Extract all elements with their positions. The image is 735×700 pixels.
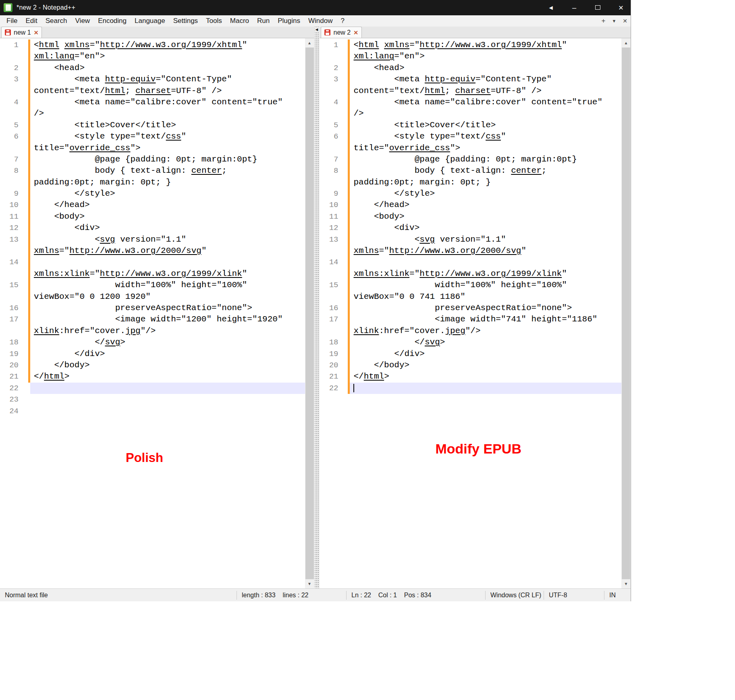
menu-language[interactable]: Language — [131, 17, 169, 25]
line-number[interactable] — [0, 325, 28, 337]
code-row[interactable]: 19 </div> — [320, 348, 621, 360]
line-number[interactable]: 11 — [320, 211, 348, 222]
line-number[interactable]: 22 — [0, 383, 28, 394]
close-tab-icon[interactable]: ✕ — [623, 18, 627, 24]
scroll-up-icon[interactable]: ▲ — [305, 38, 314, 48]
code-row[interactable]: content="text/html; charset=UTF-8" /> — [0, 85, 305, 97]
line-number[interactable] — [0, 245, 28, 257]
code-row[interactable]: xlink:href="cover.jpeg"/> — [320, 325, 621, 337]
code-row[interactable]: 22 — [0, 383, 305, 394]
code-row[interactable]: /> — [320, 108, 621, 119]
line-number[interactable]: 6 — [320, 131, 348, 142]
line-number[interactable]: 21 — [0, 371, 28, 382]
code-row[interactable]: 9 </style> — [0, 188, 305, 199]
line-number[interactable] — [0, 143, 28, 154]
code-row[interactable]: 4 <meta name="calibre:cover" content="tr… — [0, 97, 305, 108]
code-row[interactable]: padding:0pt; margin: 0pt; } — [0, 177, 305, 188]
code-row[interactable]: 1<html xmlns="http://www.w3.org/1999/xht… — [0, 39, 305, 51]
menu-edit[interactable]: Edit — [21, 17, 41, 25]
menu-view[interactable]: View — [71, 17, 94, 25]
line-number[interactable]: 23 — [0, 394, 28, 405]
code-row[interactable]: 7 @page {padding: 0pt; margin:0pt} — [0, 154, 305, 165]
line-number[interactable] — [320, 85, 348, 97]
tab-list-dropdown-icon[interactable]: ▼ — [612, 19, 616, 23]
maximize-button[interactable] — [593, 4, 602, 11]
code-row[interactable]: xml:lang="en"> — [0, 51, 305, 62]
menu-settings[interactable]: Settings — [169, 17, 202, 25]
line-number[interactable]: 7 — [320, 154, 348, 165]
code-row[interactable]: xlink:href="cover.jpg"/> — [0, 325, 305, 337]
code-row[interactable]: 12 <div> — [320, 222, 621, 234]
code-row[interactable]: 20 </body> — [320, 360, 621, 371]
code-row[interactable]: 14 — [0, 257, 305, 268]
code-row[interactable]: 3 <meta http-equiv="Content-Type" — [0, 74, 305, 85]
code-row[interactable]: 1<html xmlns="http://www.w3.org/1999/xht… — [320, 39, 621, 51]
minimize-button[interactable]: – — [569, 6, 579, 10]
code-row[interactable]: 2 <head> — [0, 62, 305, 74]
line-number[interactable] — [320, 177, 348, 188]
line-number[interactable]: 19 — [0, 348, 28, 360]
line-number[interactable]: 15 — [320, 280, 348, 291]
code-row[interactable]: 17 <image width="1200" height="1920" — [0, 314, 305, 325]
code-row[interactable]: 22 — [320, 383, 621, 394]
line-number[interactable]: 6 — [0, 131, 28, 142]
code-row[interactable]: 8 body { text-align: center; — [0, 165, 305, 176]
menu-search[interactable]: Search — [42, 17, 71, 25]
line-number[interactable] — [0, 85, 28, 97]
code-row[interactable]: 8 body { text-align: center; — [320, 165, 621, 176]
line-number[interactable] — [320, 325, 348, 337]
code-row[interactable]: xmlns:xlink="http://www.w3.org/1999/xlin… — [0, 268, 305, 280]
line-number[interactable]: 17 — [320, 314, 348, 325]
line-number[interactable] — [0, 268, 28, 280]
menu-help[interactable]: ? — [336, 17, 348, 25]
line-number[interactable]: 5 — [320, 120, 348, 131]
scroll-up-icon[interactable]: ▲ — [621, 38, 631, 48]
status-encoding[interactable]: UTF-8 — [544, 591, 604, 600]
code-row[interactable]: 5 <title>Cover</title> — [320, 120, 621, 131]
menu-window[interactable]: Window — [304, 17, 336, 25]
line-number[interactable]: 2 — [0, 62, 28, 74]
line-number[interactable]: 5 — [0, 120, 28, 131]
code-row[interactable]: 19 </div> — [0, 348, 305, 360]
menu-file[interactable]: File — [2, 17, 21, 25]
line-number[interactable]: 1 — [320, 39, 348, 51]
code-row[interactable]: 18 </svg> — [0, 337, 305, 348]
line-number[interactable]: 12 — [320, 222, 348, 234]
code-row[interactable]: 20 </body> — [0, 360, 305, 371]
code-row[interactable]: 13 <svg version="1.1" — [320, 234, 621, 245]
line-number[interactable]: 8 — [0, 165, 28, 176]
line-number[interactable]: 18 — [0, 337, 28, 348]
line-number[interactable]: 20 — [0, 360, 28, 371]
line-number[interactable]: 11 — [0, 211, 28, 222]
code-row[interactable]: title="override_css"> — [0, 143, 305, 154]
code-row[interactable]: 15 width="100%" height="100%" — [0, 280, 305, 291]
code-row[interactable]: 6 <style type="text/css" — [0, 131, 305, 142]
line-number[interactable]: 8 — [320, 165, 348, 176]
line-number[interactable]: 4 — [320, 97, 348, 108]
code-row[interactable]: title="override_css"> — [320, 143, 621, 154]
code-row[interactable]: 4 <meta name="calibre:cover" content="tr… — [320, 97, 621, 108]
code-row[interactable]: 7 @page {padding: 0pt; margin:0pt} — [320, 154, 621, 165]
menu-plugins[interactable]: Plugins — [274, 17, 304, 25]
code-row[interactable]: 16 preserveAspectRatio="none"> — [0, 302, 305, 314]
line-number[interactable]: 21 — [320, 371, 348, 382]
menu-macro[interactable]: Macro — [226, 17, 253, 25]
code-row[interactable]: 24 — [0, 406, 305, 417]
code-row[interactable]: 17 <image width="741" height="1186" — [320, 314, 621, 325]
line-number[interactable] — [320, 268, 348, 280]
code-row[interactable]: padding:0pt; margin: 0pt; } — [320, 177, 621, 188]
line-number[interactable] — [0, 291, 28, 302]
line-number[interactable] — [320, 245, 348, 257]
line-number[interactable]: 15 — [0, 280, 28, 291]
code-row[interactable]: viewBox="0 0 741 1186" — [320, 291, 621, 302]
code-row[interactable]: 16 preserveAspectRatio="none"> — [320, 302, 621, 314]
code-row[interactable]: 21</html> — [0, 371, 305, 382]
scroll-down-icon[interactable]: ▼ — [621, 579, 631, 588]
line-number[interactable]: 7 — [0, 154, 28, 165]
code-row[interactable]: content="text/html; charset=UTF-8" /> — [320, 85, 621, 97]
line-number[interactable]: 2 — [320, 62, 348, 74]
code-row[interactable]: viewBox="0 0 1200 1920" — [0, 291, 305, 302]
line-number[interactable]: 13 — [0, 234, 28, 245]
new-tab-icon[interactable]: + — [601, 17, 605, 25]
line-number[interactable] — [320, 143, 348, 154]
